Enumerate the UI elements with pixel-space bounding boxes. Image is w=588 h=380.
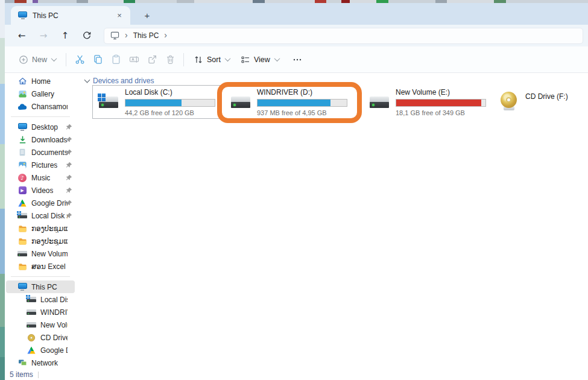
breadcrumb-separator: › (164, 31, 167, 40)
sidebar-item-gallery[interactable]: Gallery (5, 87, 76, 100)
address-bar[interactable]: › This PC › (104, 28, 583, 44)
share-icon (147, 54, 157, 65)
drive-tile-cd-drive-f[interactable]: CD Drive (F:) (493, 85, 584, 119)
drive-tile-windriver-d[interactable]: WINDRIVER (D:) 937 MB free of 4,95 GB (225, 85, 353, 119)
drive-free-space: 44,2 GB free of 120 GB (125, 109, 215, 116)
navigation-pane: Home Gallery Chansamone - Mi Desktop (5, 73, 76, 380)
sidebar-item-home[interactable]: Home (5, 75, 76, 87)
copy-icon (93, 54, 103, 65)
hard-drive-icon (368, 94, 390, 110)
drive-tile-new-volume-e[interactable]: New Volume (E:) 18,1 GB free of 349 GB (364, 85, 492, 119)
sidebar-item-google-drive-g[interactable]: Google Drive (G (5, 344, 76, 356)
drive-icon (27, 308, 36, 317)
downloads-icon (17, 135, 27, 145)
pin-icon (66, 136, 72, 143)
chevron-down-icon (274, 55, 280, 62)
google-drive-icon (17, 198, 27, 208)
pin-icon (66, 149, 72, 156)
sidebar-item-onedrive[interactable]: Chansamone - Mi (5, 100, 76, 113)
up-button[interactable]: ↑ (54, 27, 76, 45)
drive-tile-local-disk-c[interactable]: Local Disk (C:) 44,2 GB free of 120 GB (92, 85, 220, 119)
this-pc-icon (17, 282, 27, 292)
tab-close-icon[interactable]: × (114, 10, 125, 21)
tab-title: This PC (33, 11, 109, 20)
file-explorer-window: This PC × + ← → ↑ › This PC (5, 3, 588, 380)
navigation-bar: ← → ↑ › This PC › (5, 25, 588, 46)
sidebar-item-google-drive[interactable]: Google Drive ( (5, 197, 76, 209)
new-button[interactable]: New (13, 50, 62, 69)
sidebar-item-new-volume-e[interactable]: New Volume (E: (5, 318, 76, 331)
group-header-label: Devices and drives (93, 77, 154, 85)
view-button-label: View (254, 55, 270, 64)
sidebar-item-new-volume[interactable]: New Volume (E:) (5, 247, 76, 260)
desktop-edge-left (0, 0, 5, 380)
gallery-icon (17, 89, 27, 99)
sidebar-item-excel-folder[interactable]: ສອນ Excel (5, 260, 76, 273)
sidebar-item-pictures[interactable]: Pictures (5, 159, 76, 171)
sidebar-item-downloads[interactable]: Downloads (5, 133, 76, 146)
music-icon: ♪ (17, 173, 27, 183)
sidebar-item-documents[interactable]: Documents (5, 146, 76, 159)
sidebar-item-music[interactable]: ♪ Music (5, 171, 76, 184)
plus-circle-icon (19, 55, 28, 65)
drive-icon (27, 320, 36, 330)
sidebar-item-this-pc[interactable]: This PC (6, 280, 75, 293)
sidebar-item-local-disk-c[interactable]: Local Disk (C:) (5, 209, 76, 222)
command-toolbar: New (5, 46, 588, 73)
pin-icon (66, 187, 72, 194)
sidebar-divider (11, 276, 70, 277)
drive-name: CD Drive (F:) (525, 92, 579, 101)
new-button-label: New (32, 55, 47, 64)
folder-icon (17, 262, 27, 271)
toolbar-divider (66, 53, 66, 66)
cut-button[interactable] (71, 50, 89, 69)
sidebar-item-cd-drive-f[interactable]: CD Drive (F:) (5, 331, 76, 344)
cut-icon (75, 54, 85, 65)
trash-icon (165, 54, 175, 65)
pin-icon (66, 212, 72, 219)
items-count: 5 items (10, 370, 33, 379)
sort-button[interactable]: Sort (188, 50, 235, 69)
view-button[interactable]: View (235, 50, 285, 69)
sidebar-item-windriver-d[interactable]: WINDRIVER (D:) (5, 306, 76, 318)
share-button[interactable] (143, 50, 161, 69)
group-header-devices[interactable]: Devices and drives (85, 77, 154, 85)
sidebar-item-desktop[interactable]: Desktop (5, 121, 76, 133)
more-icon (292, 55, 302, 65)
refresh-icon (82, 31, 92, 40)
sidebar-item-local-disk-c[interactable]: Local Disk (C:) (5, 293, 76, 306)
capacity-bar (125, 99, 215, 107)
pin-icon (66, 162, 72, 168)
sidebar-item-network[interactable]: Network (5, 356, 76, 369)
drive-name: Local Disk (C:) (125, 88, 215, 97)
sidebar-item-videos[interactable]: ▶ Videos (5, 184, 76, 197)
new-tab-button[interactable]: + (140, 8, 154, 22)
sidebar-item-folder-lao-1[interactable]: ກອງປະຊຸມແບວຂອງ (5, 222, 76, 235)
paste-icon (111, 54, 121, 65)
chevron-down-icon (84, 77, 90, 83)
drive-free-space: 18,1 GB free of 349 GB (396, 109, 487, 116)
sort-icon (194, 55, 203, 65)
refresh-button[interactable] (76, 27, 98, 45)
local-disk-icon (17, 211, 27, 221)
tab-this-pc[interactable]: This PC × (11, 6, 130, 25)
breadcrumb-this-pc[interactable]: This PC (133, 31, 159, 40)
copy-button[interactable] (89, 50, 107, 69)
rename-icon (129, 54, 139, 65)
forward-button[interactable]: → (33, 27, 54, 45)
delete-button[interactable] (161, 50, 179, 69)
toolbar-divider (183, 53, 184, 66)
sidebar-item-folder-lao-2[interactable]: ກອງປະຊຸມແບວຂອງ (5, 235, 76, 247)
desktop-icon (17, 122, 27, 132)
home-icon (17, 77, 27, 86)
cd-drive-icon (498, 92, 520, 112)
pictures-icon (17, 160, 27, 170)
paste-button[interactable] (107, 50, 125, 69)
google-drive-icon (27, 346, 36, 355)
drive-free-space: 937 MB free of 4,95 GB (257, 109, 348, 116)
see-more-button[interactable] (288, 50, 306, 69)
screen: This PC × + ← → ↑ › This PC (0, 0, 588, 380)
onedrive-cloud-icon (17, 102, 27, 112)
rename-button[interactable] (125, 50, 143, 69)
back-button[interactable]: ← (11, 27, 33, 45)
